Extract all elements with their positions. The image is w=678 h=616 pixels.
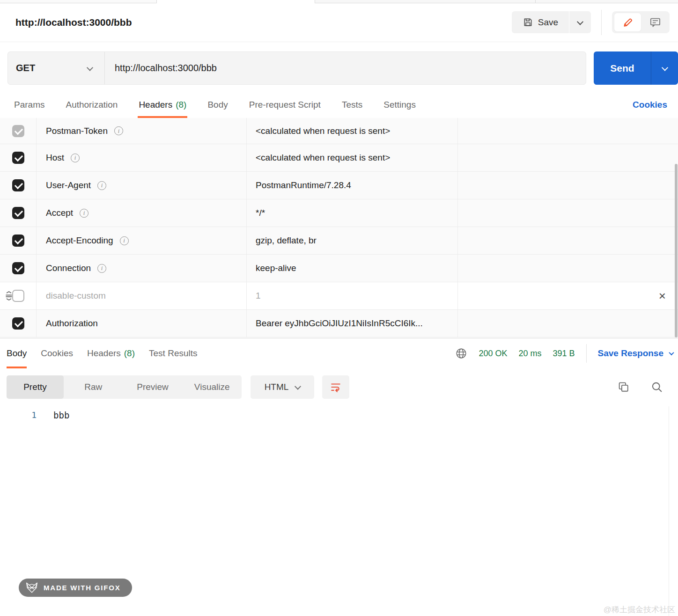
key-cell[interactable]: Host i — [37, 144, 247, 171]
value-cell[interactable]: */* — [247, 199, 458, 227]
value-cell[interactable]: gzip, deflate, br — [247, 227, 458, 254]
tab-tests[interactable]: Tests — [342, 92, 362, 118]
copy-response-button[interactable] — [617, 381, 630, 394]
header-divider — [601, 10, 602, 35]
info-icon[interactable]: i — [120, 236, 129, 245]
row-checkbox[interactable] — [12, 235, 24, 247]
row-checkbox[interactable] — [12, 317, 24, 330]
info-icon[interactable]: i — [71, 154, 80, 162]
description-cell[interactable] — [458, 118, 678, 144]
description-cell[interactable] — [458, 144, 678, 171]
value-cell[interactable]: PostmanRuntime/7.28.4 — [247, 172, 458, 199]
key-cell[interactable]: User-Agent i — [37, 172, 247, 199]
comment-icon — [649, 16, 662, 29]
key-cell[interactable]: disable-custom — [37, 282, 247, 309]
description-cell[interactable] — [458, 199, 678, 227]
key-cell[interactable]: Postman-Token i — [37, 118, 247, 144]
response-tab-test-results[interactable]: Test Results — [149, 338, 197, 368]
row-checkbox[interactable] — [12, 125, 24, 137]
header-value: <calculated when request is sent> — [256, 153, 390, 163]
tab-headers[interactable]: Headers (8) — [139, 92, 186, 118]
view-mode-preview[interactable]: Preview — [123, 375, 183, 399]
description-cell[interactable] — [458, 282, 678, 309]
method-select[interactable]: GET — [8, 52, 104, 84]
header-key: Accept — [46, 208, 73, 218]
row-checkbox[interactable] — [12, 152, 24, 164]
response-tab-body[interactable]: Body — [7, 338, 27, 368]
send-options-button[interactable] — [651, 51, 678, 85]
search-response-button[interactable] — [650, 381, 663, 394]
save-button-label: Save — [538, 17, 558, 28]
table-scrollbar — [674, 118, 678, 337]
row-checkbox[interactable] — [12, 262, 24, 274]
value-cell[interactable]: <calculated when request is sent> — [247, 118, 458, 144]
url-input[interactable]: http://localhost:3000/bbb — [105, 63, 217, 73]
tab-pre-request-script[interactable]: Pre-request Script — [249, 92, 321, 118]
status-badge[interactable]: 200 OK — [479, 349, 507, 359]
gifox-badge[interactable]: MADE WITH GIFOX — [19, 579, 132, 597]
description-cell[interactable] — [458, 255, 678, 282]
save-button[interactable]: Save — [512, 11, 569, 33]
workspace-tab[interactable] — [315, 0, 678, 3]
info-icon[interactable]: i — [97, 181, 106, 190]
view-mode-visualize[interactable]: Visualize — [182, 375, 242, 399]
remove-row-icon[interactable]: × — [659, 290, 666, 302]
tab-divider — [535, 0, 536, 3]
workspace-tab-strip — [0, 0, 678, 3]
workspace-tab[interactable] — [0, 0, 157, 3]
save-options-button[interactable] — [569, 11, 591, 33]
row-checkbox[interactable] — [12, 179, 24, 191]
header-key: Accept-Encoding — [46, 235, 113, 246]
wrap-lines-icon — [330, 381, 342, 393]
info-icon[interactable]: i — [97, 264, 106, 273]
cookies-link[interactable]: Cookies — [633, 92, 667, 118]
send-button-group: Send — [594, 51, 678, 85]
key-cell[interactable]: Authorization — [37, 310, 247, 337]
header-row-authorization: Authorization Bearer eyJhbGciOiJIUzI1NiI… — [0, 310, 678, 337]
response-section-header: Body Cookies Headers (8) Test Results 20… — [0, 338, 678, 372]
tab-authorization[interactable]: Authorization — [66, 92, 118, 118]
chevron-down-icon — [295, 383, 301, 390]
header-key: Connection — [46, 263, 91, 273]
url-builder: GET http://localhost:3000/bbb — [7, 51, 586, 85]
tab-body[interactable]: Body — [207, 92, 228, 118]
value-cell[interactable]: keep-alive — [247, 255, 458, 282]
view-mode-pretty[interactable]: Pretty — [7, 375, 64, 399]
chevron-down-icon — [87, 64, 93, 71]
search-icon — [650, 381, 663, 394]
description-cell[interactable] — [458, 310, 678, 337]
value-cell[interactable]: 1 — [247, 282, 458, 309]
send-button[interactable]: Send — [594, 51, 651, 85]
response-time[interactable]: 20 ms — [518, 349, 541, 359]
comments-button[interactable] — [641, 16, 670, 29]
tab-params[interactable]: Params — [14, 92, 44, 118]
tab-settings[interactable]: Settings — [383, 92, 416, 118]
response-tab-headers[interactable]: Headers (8) — [87, 338, 135, 368]
key-cell[interactable]: Connection i — [37, 255, 247, 282]
value-cell[interactable]: <calculated when request is sent> — [247, 144, 458, 171]
format-select[interactable]: HTML — [251, 375, 314, 399]
key-cell[interactable]: Accept-Encoding i — [37, 227, 247, 254]
header-value: PostmanRuntime/7.28.4 — [256, 180, 351, 191]
header-value: gzip, deflate, br — [256, 235, 317, 246]
edit-mode-button[interactable] — [614, 13, 641, 31]
description-cell[interactable] — [458, 227, 678, 254]
save-response-button[interactable]: Save Response — [598, 348, 673, 359]
info-icon[interactable]: i — [80, 209, 88, 218]
globe-icon[interactable] — [455, 347, 467, 359]
response-body-text: bbb — [53, 410, 69, 420]
wrap-lines-button[interactable] — [322, 375, 349, 399]
value-cell[interactable]: Bearer eyJhbGciOiJIUzI1NiIsInR5cCI6Ik... — [247, 310, 458, 337]
response-size[interactable]: 391 B — [553, 349, 575, 359]
row-checkbox[interactable] — [12, 207, 24, 219]
header-value: <calculated when request is sent> — [256, 126, 390, 136]
save-icon — [523, 17, 533, 28]
scrollbar-thumb[interactable] — [675, 164, 678, 337]
description-cell[interactable] — [458, 172, 678, 199]
view-mode-raw[interactable]: Raw — [64, 375, 123, 399]
key-cell[interactable]: Accept i — [37, 199, 247, 227]
info-icon[interactable]: i — [114, 126, 123, 135]
row-checkbox[interactable] — [12, 290, 24, 302]
response-tab-cookies[interactable]: Cookies — [41, 338, 73, 368]
line-number: 1 — [0, 410, 37, 420]
